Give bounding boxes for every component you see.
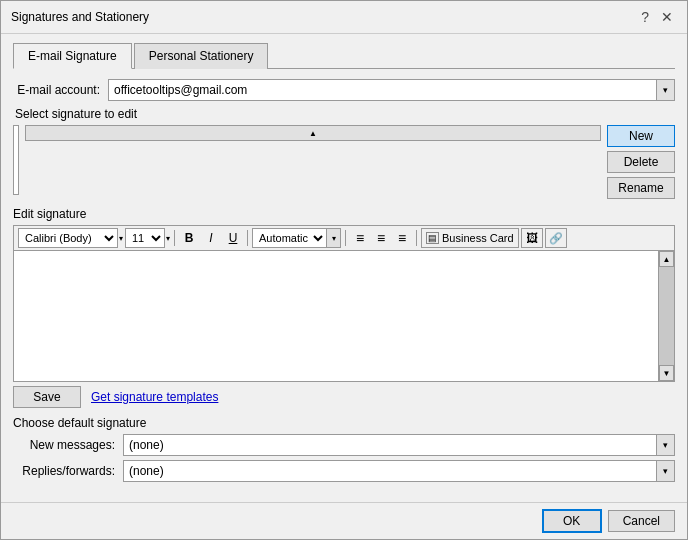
new-sig-button[interactable]: New [607, 125, 675, 147]
new-messages-row: New messages: ▾ [13, 434, 675, 456]
size-select[interactable]: 11 [125, 228, 165, 248]
business-card-label: Business Card [442, 232, 514, 244]
business-card-button[interactable]: ▤ Business Card [421, 228, 519, 248]
color-dropdown: Automatic ▾ [252, 228, 341, 248]
italic-button[interactable]: I [201, 228, 221, 248]
font-dropdown: Calibri (Body) ▾ [18, 228, 123, 248]
insert-hyperlink-button[interactable]: 🔗 [545, 228, 567, 248]
new-messages-dropdown-btn[interactable]: ▾ [657, 434, 675, 456]
align-left-button[interactable]: ≡ [350, 228, 370, 248]
sig-editor-scroll-down[interactable]: ▼ [659, 365, 674, 381]
color-select[interactable]: Automatic [252, 228, 327, 248]
sig-listbox[interactable] [13, 125, 19, 195]
sig-toolbar: Calibri (Body) ▾ 11 ▾ B I U Automatic [13, 225, 675, 250]
dialog-window: Signatures and Stationery ? ✕ E-mail Sig… [0, 0, 688, 540]
save-button[interactable]: Save [13, 386, 81, 408]
align-right-button[interactable]: ≡ [392, 228, 412, 248]
email-account-control: ▾ [108, 79, 675, 101]
bold-button[interactable]: B [179, 228, 199, 248]
insert-picture-button[interactable]: 🖼 [521, 228, 543, 248]
insert-hyperlink-icon: 🔗 [549, 232, 563, 245]
email-account-dropdown-btn[interactable]: ▾ [657, 79, 675, 101]
title-bar-controls: ? ✕ [637, 7, 677, 27]
toolbar-sep-2 [247, 230, 248, 246]
sig-editor-scrollbar: ▲ ▼ [658, 251, 674, 381]
new-messages-input[interactable] [123, 434, 657, 456]
sig-editor-content[interactable] [14, 251, 658, 381]
tab-bar: E-mail Signature Personal Stationery [13, 42, 675, 69]
underline-button[interactable]: U [223, 228, 243, 248]
replies-dropdown-btn[interactable]: ▾ [657, 460, 675, 482]
toolbar-sep-1 [174, 230, 175, 246]
dialog-title: Signatures and Stationery [11, 10, 149, 24]
toolbar-sep-4 [416, 230, 417, 246]
align-btn-group: ≡ ≡ ≡ [350, 228, 412, 248]
delete-sig-button[interactable]: Delete [607, 151, 675, 173]
email-account-label: E-mail account: [13, 83, 108, 97]
font-dropdown-arrow: ▾ [119, 234, 123, 243]
choose-default-section: Choose default signature New messages: ▾… [13, 416, 675, 486]
save-row: Save Get signature templates [13, 386, 675, 408]
rename-sig-button[interactable]: Rename [607, 177, 675, 199]
help-button[interactable]: ? [637, 7, 653, 27]
cancel-button[interactable]: Cancel [608, 510, 675, 532]
insert-picture-icon: 🖼 [526, 231, 538, 245]
edit-sig-label: Edit signature [13, 207, 675, 221]
font-select[interactable]: Calibri (Body) [18, 228, 118, 248]
email-account-row: E-mail account: ▾ [13, 79, 675, 101]
sig-listbox-scroll-up[interactable]: ▲ [25, 125, 601, 141]
select-sig-label: Select signature to edit [15, 107, 675, 121]
dialog-body: E-mail Signature Personal Stationery E-m… [1, 34, 687, 502]
new-messages-label: New messages: [13, 438, 123, 452]
tab-email-signature[interactable]: E-mail Signature [13, 43, 132, 69]
business-card-icon: ▤ [426, 232, 439, 244]
sig-editor: ▲ ▼ [13, 250, 675, 382]
replies-row: Replies/forwards: ▾ [13, 460, 675, 482]
color-dropdown-btn[interactable]: ▾ [327, 228, 341, 248]
align-center-button[interactable]: ≡ [371, 228, 391, 248]
sig-action-buttons: New Delete Rename [607, 125, 675, 199]
dialog-footer: OK Cancel [1, 502, 687, 539]
email-account-input[interactable] [108, 79, 657, 101]
sig-editor-scroll-up[interactable]: ▲ [659, 251, 674, 267]
size-dropdown: 11 ▾ [125, 228, 170, 248]
title-bar: Signatures and Stationery ? ✕ [1, 1, 687, 34]
toolbar-sep-3 [345, 230, 346, 246]
tab-personal-stationery[interactable]: Personal Stationery [134, 43, 269, 69]
sig-editor-scroll-track[interactable] [659, 267, 674, 365]
replies-dropdown: ▾ [123, 460, 675, 482]
size-dropdown-arrow: ▾ [166, 234, 170, 243]
close-button[interactable]: ✕ [657, 7, 677, 27]
ok-button[interactable]: OK [542, 509, 602, 533]
replies-label: Replies/forwards: [13, 464, 123, 478]
choose-default-title: Choose default signature [13, 416, 675, 430]
get-templates-link[interactable]: Get signature templates [91, 390, 218, 404]
new-messages-dropdown: ▾ [123, 434, 675, 456]
sig-select-area: ▲ New Delete Rename [13, 125, 675, 199]
replies-input[interactable] [123, 460, 657, 482]
